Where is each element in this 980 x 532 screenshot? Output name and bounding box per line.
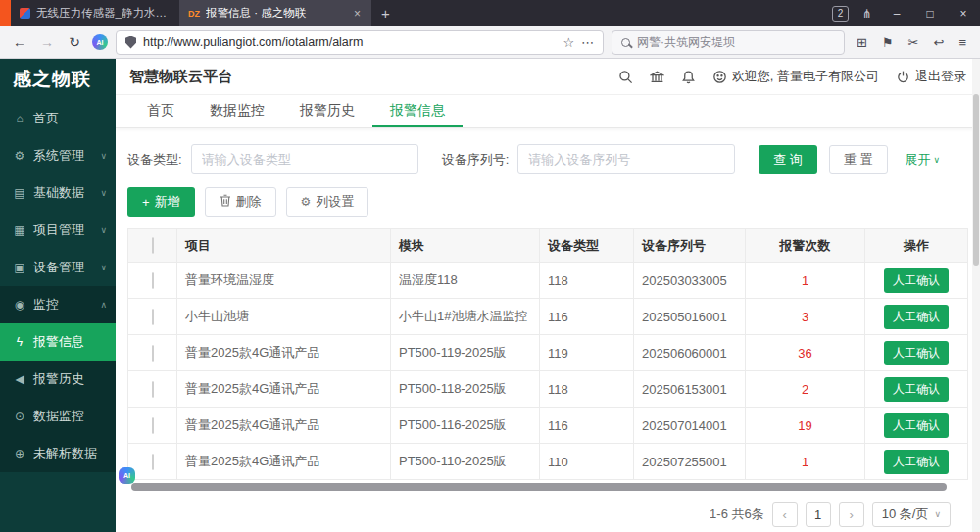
filter-row: 设备类型: 设备序列号: 查 询 重 置 展开 ∨ <box>127 144 968 174</box>
sidebar-item-home[interactable]: ⌂ 首页 <box>0 100 116 137</box>
power-icon <box>896 70 910 84</box>
confirm-button[interactable]: 人工确认 <box>884 413 949 438</box>
menu-icon[interactable]: ≡ <box>958 35 966 50</box>
browser-tab-inactive[interactable]: 无线压力传感器_静力水准仪... <box>11 0 179 26</box>
more-options-icon[interactable]: ⋯ <box>581 35 594 50</box>
row-checkbox[interactable] <box>152 345 154 362</box>
sidebar-item-system[interactable]: ⚙ 系统管理 ∨ <box>0 137 116 174</box>
page-number-button[interactable]: 1 <box>806 502 831 527</box>
scissors-icon[interactable]: ✂ <box>908 35 919 50</box>
tab-alarm-history[interactable]: 报警历史 <box>282 95 372 127</box>
extensions-icon[interactable]: ⋔ <box>862 7 872 21</box>
prev-page-button[interactable]: ‹ <box>772 502 798 527</box>
logout-button[interactable]: 退出登录 <box>896 68 966 85</box>
reload-button[interactable]: ↻ <box>65 34 84 50</box>
scrollbar-thumb[interactable] <box>131 483 947 491</box>
sidebar-item-label: 基础数据 <box>33 184 84 202</box>
close-tab-icon[interactable]: × <box>352 7 363 21</box>
logout-label: 退出登录 <box>915 68 966 85</box>
chevron-down-icon: ∨ <box>100 188 107 198</box>
browser-search-input[interactable]: 网警·共筑网安堤坝 <box>612 30 845 55</box>
confirm-button[interactable]: 人工确认 <box>884 305 949 329</box>
next-page-button[interactable]: › <box>839 502 864 527</box>
welcome-user[interactable]: 欢迎您, 普量电子有限公司 <box>712 68 879 85</box>
confirm-button[interactable]: 人工确认 <box>884 268 949 293</box>
sidebar-item-base-data[interactable]: ▤ 基础数据 ∨ <box>0 174 116 212</box>
cell-type: 119 <box>540 335 634 371</box>
minimize-button[interactable]: – <box>880 0 913 26</box>
ai-extension-icon[interactable]: AI <box>92 34 108 50</box>
sidebar-item-project[interactable]: ▦ 项目管理 ∨ <box>0 212 116 249</box>
app-logo: 感之物联 <box>0 59 116 100</box>
content-area: 设备类型: 设备序列号: 查 询 重 置 展开 ∨ + 新增 <box>116 128 980 532</box>
database-icon: ▤ <box>13 186 26 200</box>
reset-button[interactable]: 重 置 <box>829 145 888 174</box>
table-header-row: 项目 模块 设备类型 设备序列号 报警次数 操作 <box>128 229 968 263</box>
row-checkbox[interactable] <box>152 454 154 470</box>
sidebar-item-unparsed-data[interactable]: ⊕ 未解析数据 <box>0 435 116 472</box>
tab-count-badge[interactable]: 2 <box>832 6 849 22</box>
expand-link[interactable]: 展开 ∨ <box>906 151 941 169</box>
cell-serial: 202507255001 <box>634 444 746 480</box>
sidebar-item-monitor[interactable]: ◉ 监控 ∧ <box>0 286 116 323</box>
apps-grid-icon[interactable]: ⊞ <box>857 35 867 50</box>
confirm-button[interactable]: 人工确认 <box>884 377 949 402</box>
forward-button[interactable]: → <box>37 34 57 50</box>
sidebar-item-data-monitor[interactable]: ⊙ 数据监控 <box>0 398 116 435</box>
browser-toolbar: ← → ↻ AI http://www.puliangiot.com/iotal… <box>0 26 980 59</box>
sidebar-item-alarm-info[interactable]: ϟ 报警信息 <box>0 323 116 361</box>
search-button[interactable]: 查 询 <box>759 145 817 174</box>
row-checkbox[interactable] <box>152 417 154 434</box>
url-bar[interactable]: http://www.puliangiot.com/iotalarm/alarm… <box>116 30 604 55</box>
bell-icon[interactable] <box>681 70 696 84</box>
tab-alarm-info[interactable]: 报警信息 <box>372 95 463 127</box>
add-button[interactable]: + 新增 <box>127 187 195 217</box>
table-row: 普量2025款4G通讯产品 PT500-110-2025版 110 202507… <box>128 444 968 480</box>
bank-icon[interactable] <box>650 70 664 84</box>
sidebar: 感之物联 ⌂ 首页 ⚙ 系统管理 ∨ ▤ 基础数据 ∨ ▦ 项目管理 ∨ ▣ 设… <box>0 59 116 532</box>
tab-home[interactable]: 首页 <box>129 95 192 127</box>
cell-alarm-count: 1 <box>746 444 865 480</box>
scrollbar-thumb[interactable] <box>973 94 979 266</box>
row-checkbox[interactable] <box>152 309 154 325</box>
maximize-button[interactable]: □ <box>913 0 947 26</box>
firefox-view-button[interactable] <box>0 0 11 26</box>
browser-tab-active[interactable]: DZ 报警信息 · 感之物联 × <box>179 0 371 26</box>
back-button[interactable]: ← <box>10 34 29 50</box>
close-window-button[interactable]: × <box>947 0 980 26</box>
cell-project: 普量环境温湿度 <box>177 263 391 299</box>
undo-icon[interactable]: ↩ <box>934 35 945 50</box>
search-icon[interactable] <box>618 70 633 84</box>
column-settings-button[interactable]: ⚙ 列设置 <box>286 187 369 217</box>
device-type-input[interactable] <box>191 144 418 174</box>
table-row: 普量2025款4G通讯产品 PT500-118-2025版 118 202506… <box>128 371 968 408</box>
delete-button[interactable]: 删除 <box>205 187 276 217</box>
sidebar-item-label: 报警信息 <box>33 333 84 351</box>
sidebar-item-device[interactable]: ▣ 设备管理 ∨ <box>0 249 116 286</box>
cell-type: 116 <box>540 299 634 335</box>
col-alarm-count: 报警次数 <box>746 229 865 263</box>
tracking-protection-shield-icon[interactable] <box>125 36 136 49</box>
chevron-up-icon: ∧ <box>100 300 107 310</box>
sidebar-item-alarm-history[interactable]: ◀ 报警历史 <box>0 361 116 398</box>
tab-label: 首页 <box>147 102 174 120</box>
ai-assistant-button[interactable]: AI <box>119 467 135 484</box>
horizontal-scrollbar[interactable] <box>127 483 968 491</box>
page-size-select[interactable]: 10 条/页 ∨ <box>872 502 951 527</box>
select-all-checkbox[interactable] <box>152 237 154 254</box>
row-checkbox[interactable] <box>152 381 154 398</box>
vertical-scrollbar[interactable] <box>972 59 980 532</box>
bookmark-star-icon[interactable]: ☆ <box>563 35 574 50</box>
row-checkbox[interactable] <box>152 272 154 289</box>
cell-alarm-count: 1 <box>746 263 865 299</box>
confirm-button[interactable]: 人工确认 <box>884 341 949 365</box>
cell-module: 小牛山1#池塘水温监控 <box>391 299 540 335</box>
confirm-button[interactable]: 人工确认 <box>884 450 949 474</box>
cell-type: 116 <box>540 408 634 444</box>
flag-icon[interactable]: ⚑ <box>882 35 894 50</box>
url-text[interactable]: http://www.puliangiot.com/iotalarm/alarm <box>143 35 556 49</box>
serial-input[interactable] <box>517 144 735 174</box>
site-favicon: DZ <box>188 9 200 19</box>
new-tab-button[interactable]: + <box>371 5 400 22</box>
tab-data-monitor[interactable]: 数据监控 <box>192 95 282 127</box>
